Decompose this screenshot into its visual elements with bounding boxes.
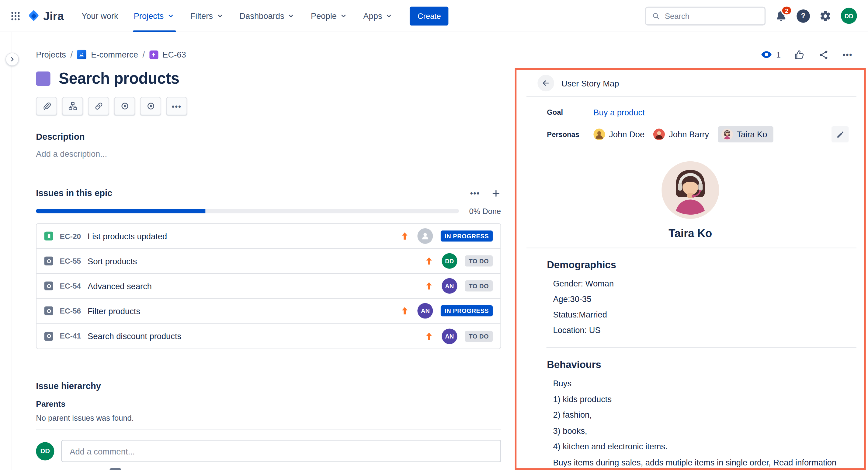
add-issue-button[interactable]: [491, 188, 501, 199]
description-placeholder[interactable]: Add a description...: [36, 149, 501, 158]
priority-high-icon[interactable]: [424, 281, 434, 291]
scope-button-2[interactable]: [140, 97, 161, 115]
nav-people[interactable]: People: [303, 0, 355, 32]
nav-dashboards[interactable]: Dashboards: [232, 0, 303, 32]
behaviours-list: Buys 1) kids products 2) fashion, 3) boo…: [517, 376, 864, 470]
issue-row-ec-55[interactable]: EC-55 Sort products DD TO DO: [36, 249, 500, 274]
chevron-down-icon: [287, 11, 295, 20]
assignee-avatar[interactable]: DD: [442, 253, 457, 269]
issue-key[interactable]: EC-20: [60, 232, 81, 240]
assignee-avatar[interactable]: AN: [417, 303, 433, 319]
assignee-avatar[interactable]: AN: [442, 278, 457, 294]
status-badge[interactable]: TO DO: [465, 281, 493, 291]
issue-key[interactable]: EC-55: [60, 257, 81, 265]
back-button[interactable]: [537, 75, 554, 92]
sidebar-expand-button[interactable]: [5, 53, 19, 66]
profile-avatar[interactable]: DD: [841, 8, 857, 24]
priority-high-icon[interactable]: [400, 231, 410, 241]
epic-issues-header: Issues in this epic •••: [36, 188, 501, 199]
comment-input[interactable]: [61, 440, 501, 462]
thumbs-up-icon: [794, 49, 805, 60]
current-user-avatar: DD: [36, 442, 54, 460]
nav-projects[interactable]: Projects: [126, 0, 183, 32]
notifications-button[interactable]: 2: [775, 10, 787, 22]
behaviour-line: 2) fashion,: [553, 407, 864, 423]
persona-avatar-icon: [653, 128, 665, 140]
global-search[interactable]: [645, 6, 766, 25]
plus-icon: [491, 188, 501, 199]
nav-label: Apps: [363, 11, 382, 20]
status-badge[interactable]: IN PROGRESS: [441, 230, 493, 241]
behaviour-line: Buys items during sales, adds mutiple it…: [553, 454, 864, 470]
toolbar-more-button[interactable]: •••: [166, 97, 187, 115]
nav-label: Your work: [82, 11, 118, 20]
issue-type-icon: [44, 257, 53, 265]
issue-key[interactable]: EC-56: [60, 306, 81, 315]
issue-row-ec-41[interactable]: EC-41 Search discount products AN TO DO: [36, 324, 500, 349]
persona-chip-taira-ko[interactable]: Taira Ko: [718, 126, 773, 143]
status-badge[interactable]: TO DO: [465, 330, 493, 342]
gear-icon: [819, 10, 832, 22]
issue-key[interactable]: EC-41: [60, 332, 81, 340]
jira-logo[interactable]: Jira: [27, 8, 64, 23]
issue-title[interactable]: Sort products: [88, 256, 137, 266]
help-button[interactable]: ?: [797, 9, 810, 23]
watch-button[interactable]: 1: [761, 49, 781, 60]
search-input[interactable]: [665, 11, 759, 20]
persona-chip-john-barry[interactable]: John Barry: [653, 128, 709, 140]
nav-filters[interactable]: Filters: [183, 0, 232, 32]
issue-title[interactable]: Filter products: [88, 306, 140, 316]
persona-chip-john-doe[interactable]: John Doe: [593, 128, 645, 140]
add-child-issue-button[interactable]: [62, 97, 83, 115]
issue-type-icon: [44, 282, 53, 290]
breadcrumb-issue-key[interactable]: EC-63: [162, 50, 186, 59]
link-issue-button[interactable]: [88, 97, 109, 115]
priority-high-icon[interactable]: [424, 256, 434, 266]
issue-title[interactable]: Advanced search: [88, 281, 152, 291]
pencil-icon: [836, 130, 845, 139]
more-actions-button[interactable]: •••: [843, 50, 852, 59]
edit-personas-button[interactable]: [832, 126, 848, 143]
behaviour-line: 4) kitchen and electronic items.: [553, 439, 864, 455]
epic-progress-inprogress: [36, 209, 205, 213]
status-badge[interactable]: IN PROGRESS: [441, 305, 493, 316]
issue-title[interactable]: List products updated: [88, 231, 167, 241]
divider: [526, 248, 857, 248]
attach-button[interactable]: [36, 97, 57, 115]
share-button[interactable]: [818, 49, 829, 60]
epic-issues-actions: •••: [470, 188, 501, 199]
issue-title[interactable]: Search discount products: [88, 331, 181, 341]
breadcrumb-separator: /: [70, 50, 73, 59]
nav-apps[interactable]: Apps: [355, 0, 401, 32]
protip-bold: Pro tip:: [61, 469, 87, 470]
priority-high-icon[interactable]: [424, 331, 434, 341]
breadcrumb-projects-link[interactable]: Projects: [36, 50, 66, 59]
scope-button-1[interactable]: [114, 97, 135, 115]
breadcrumb-project-link[interactable]: E-commerce: [91, 50, 138, 59]
nav-your-work[interactable]: Your work: [74, 0, 126, 32]
persona-avatar-icon: [721, 128, 733, 140]
status-badge[interactable]: TO DO: [465, 255, 493, 266]
protip-suffix: to comment: [124, 469, 162, 470]
issue-row-ec-54[interactable]: EC-54 Advanced search AN TO DO: [36, 274, 500, 299]
issue-row-ec-20[interactable]: EC-20 List products updated IN PROGRESS: [36, 224, 500, 249]
settings-button[interactable]: [819, 10, 832, 22]
top-navigation: Jira Your work Projects Filters Dashboar…: [0, 0, 868, 32]
assignee-avatar[interactable]: AN: [442, 328, 457, 344]
create-button[interactable]: Create: [410, 6, 448, 25]
demographic-line: Status:Married: [553, 307, 864, 322]
epic-more-button[interactable]: •••: [470, 189, 480, 198]
like-button[interactable]: [794, 49, 805, 60]
divider: [36, 430, 501, 430]
assignee-avatar-unassigned[interactable]: [417, 228, 433, 244]
chevron-down-icon: [339, 11, 348, 20]
goal-link[interactable]: Buy a product: [593, 108, 645, 117]
priority-high-icon[interactable]: [400, 306, 410, 316]
demographic-line: Gender: Woman: [553, 276, 864, 291]
issue-key[interactable]: EC-54: [60, 282, 81, 290]
grid-icon: [10, 10, 21, 21]
persona-chips: John Doe John Barry Taira Ko: [593, 126, 773, 143]
issue-row-ec-56[interactable]: EC-56 Filter products AN IN PROGRESS: [36, 299, 500, 324]
persona-name: John Barry: [669, 130, 709, 139]
app-switcher-button[interactable]: [10, 10, 21, 21]
